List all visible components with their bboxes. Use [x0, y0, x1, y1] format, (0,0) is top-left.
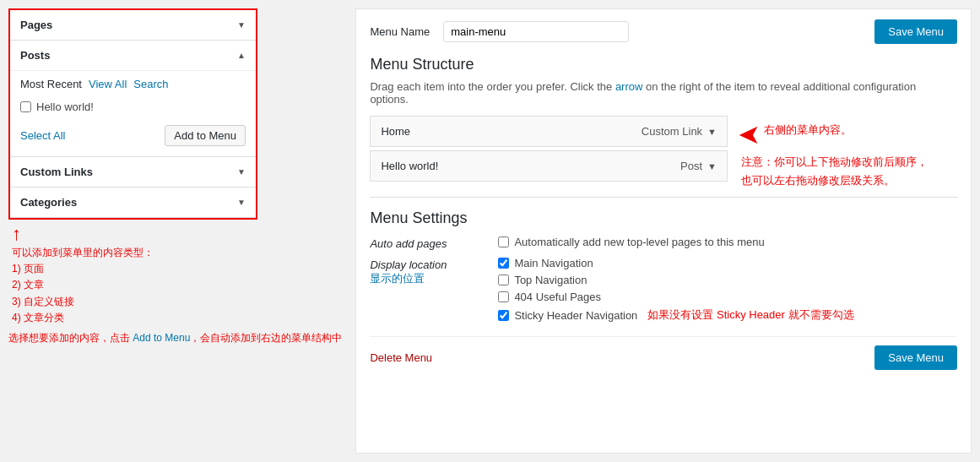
- display-location-label: Display location: [370, 257, 488, 271]
- menu-items-with-annotation: Home Custom Link ▼ Hello world! Post ▼: [370, 116, 957, 190]
- bottom-row: Delete Menu Save Menu: [370, 336, 957, 370]
- post-checkbox-hello-world[interactable]: [20, 101, 31, 112]
- accordion-categories-header[interactable]: Categories ▼: [10, 188, 256, 217]
- menu-item-home-right: Custom Link ▼: [642, 125, 717, 138]
- auto-add-pages-option-label: Automatically add new top-level pages to…: [514, 236, 764, 248]
- menu-item-hello-world-name: Hello world!: [381, 160, 438, 172]
- menu-settings-section: Menu Settings Auto add pages Automatical…: [370, 197, 957, 323]
- bottom-note-suffix: ，会自动添加到右边的菜单结构中: [190, 332, 342, 344]
- menu-item-home-chevron[interactable]: ▼: [707, 127, 717, 137]
- annotation-text-block: 右侧的菜单内容。: [764, 121, 852, 139]
- desc-arrow-word: arrow: [615, 80, 643, 93]
- accordion-categories: Categories ▼: [10, 188, 256, 218]
- accordion-pages-chevron: ▼: [237, 20, 246, 30]
- posts-footer: Select All Add to Menu: [20, 125, 246, 146]
- annotation-text-extra: 注意：你可以上下拖动修改前后顺序， 也可以左右拖动修改层级关系。: [738, 153, 957, 190]
- delete-menu-link[interactable]: Delete Menu: [370, 351, 432, 364]
- auto-add-pages-options: Automatically add new top-level pages to…: [498, 236, 957, 248]
- menu-name-input[interactable]: [443, 21, 629, 42]
- display-location-sticky: Sticky Header Navigation 如果没有设置 Sticky H…: [498, 307, 957, 323]
- menu-structure-desc: Drag each item into the order you prefer…: [370, 80, 957, 106]
- display-location-404: 404 Useful Pages: [498, 291, 957, 303]
- menu-item-hello-world: Hello world! Post ▼: [370, 150, 728, 182]
- menu-structure-title: Menu Structure: [370, 56, 957, 73]
- accordion-posts-label: Posts: [20, 49, 50, 62]
- main-navigation-label: Main Navigation: [514, 257, 593, 269]
- settings-grid: Auto add pages Automatically add new top…: [370, 236, 957, 323]
- add-to-menu-button[interactable]: Add to Menu: [165, 125, 246, 146]
- sticky-header-label: Sticky Header Navigation: [514, 309, 637, 322]
- annotation-right-line1: 右侧的菜单内容。: [764, 121, 852, 139]
- menu-item-home: Home Custom Link ▼: [370, 116, 728, 147]
- bottom-annotation: 选择想要添加的内容，点击 Add to Menu，会自动添加到右边的菜单结构中: [8, 331, 342, 345]
- accordion-pages-header[interactable]: Pages ▼: [10, 10, 256, 40]
- save-menu-button-bottom[interactable]: Save Menu: [874, 345, 957, 370]
- display-location-sub-label[interactable]: 显示的位置: [370, 271, 488, 286]
- annotation-line-1: 1) 页面: [12, 261, 342, 277]
- tab-search[interactable]: Search: [133, 78, 168, 90]
- post-item-hello-world: Hello world!: [20, 97, 246, 117]
- accordion-categories-chevron: ▼: [237, 198, 246, 207]
- 404-pages-checkbox[interactable]: [498, 291, 509, 302]
- accordion-pages: Pages ▼: [10, 10, 256, 41]
- accordion-categories-label: Categories: [20, 196, 77, 209]
- menu-annotation: ➤ 右侧的菜单内容。 注意：你可以上下拖动修改前后顺序， 也可以左右拖动修改层级…: [738, 116, 957, 190]
- desc-part1: Drag each item into the order you prefer…: [370, 80, 615, 93]
- accordion-custom-links: Custom Links ▼: [10, 157, 256, 188]
- sticky-header-checkbox[interactable]: [498, 310, 509, 321]
- menu-name-row: Menu Name Save Menu: [370, 19, 957, 44]
- annotation-right-line3: 也可以左右拖动修改层级关系。: [741, 171, 957, 190]
- accordion-pages-label: Pages: [20, 19, 52, 31]
- accordion-posts-body: Most Recent View All Search Hello world!…: [10, 70, 256, 156]
- accordion-posts-header[interactable]: Posts ▲: [10, 41, 256, 70]
- auto-add-pages-option: Automatically add new top-level pages to…: [498, 236, 957, 248]
- menu-settings-title: Menu Settings: [370, 209, 957, 227]
- menu-item-home-name: Home: [381, 125, 410, 138]
- display-location-main-nav: Main Navigation: [498, 257, 957, 269]
- menu-item-hello-world-right: Post ▼: [680, 160, 717, 172]
- accordion-posts: Posts ▲ Most Recent View All Search Hell…: [10, 41, 256, 157]
- menu-items-list: Home Custom Link ▼ Hello world! Post ▼: [370, 116, 728, 185]
- accordion-custom-links-header[interactable]: Custom Links ▼: [10, 157, 256, 187]
- tab-most-recent[interactable]: Most Recent: [20, 78, 82, 90]
- display-location-top-nav: Top Navigation: [498, 274, 957, 286]
- left-panel: Pages ▼ Posts ▲ Most Recent View All Sea…: [8, 8, 257, 220]
- red-arrow-left-icon: ➤: [738, 121, 761, 148]
- tab-view-all[interactable]: View All: [89, 78, 127, 90]
- bottom-note-blue: Add to Menu: [133, 332, 190, 344]
- annotation-line-4: 4) 文章分类: [12, 310, 342, 326]
- post-label-hello-world: Hello world!: [36, 101, 94, 113]
- menu-item-hello-world-type: Post: [680, 160, 702, 172]
- right-panel: Menu Name Save Menu Menu Structure Drag …: [355, 8, 972, 454]
- select-all-link[interactable]: Select All: [20, 129, 65, 142]
- menu-structure-section: Menu Structure Drag each item into the o…: [370, 56, 957, 190]
- left-annotation: ↑ 可以添加到菜单里的内容类型： 1) 页面 2) 文章 3) 自定义链接 4)…: [8, 220, 342, 326]
- accordion-posts-chevron: ▲: [237, 51, 246, 60]
- annotation-arrow-row: ➤ 右侧的菜单内容。: [738, 121, 957, 148]
- top-navigation-checkbox[interactable]: [498, 274, 509, 285]
- save-menu-button-top[interactable]: Save Menu: [874, 19, 957, 44]
- 404-pages-label: 404 Useful Pages: [514, 291, 601, 303]
- annotation-line-3: 3) 自定义链接: [12, 294, 342, 310]
- top-navigation-label: Top Navigation: [514, 274, 587, 286]
- menu-item-home-type: Custom Link: [642, 125, 702, 138]
- main-navigation-checkbox[interactable]: [498, 258, 509, 269]
- sticky-header-note: 如果没有设置 Sticky Header 就不需要勾选: [647, 307, 853, 323]
- menu-item-hello-world-chevron[interactable]: ▼: [707, 161, 717, 171]
- posts-tabs: Most Recent View All Search: [20, 78, 246, 90]
- accordion-custom-links-chevron: ▼: [237, 167, 246, 177]
- annotation-line-0: 可以添加到菜单里的内容类型：: [12, 245, 342, 261]
- annotation-right-line2: 注意：你可以上下拖动修改前后顺序，: [741, 153, 957, 171]
- auto-add-pages-label: Auto add pages: [370, 236, 488, 250]
- annotation-line-2: 2) 文章: [12, 277, 342, 293]
- auto-add-pages-checkbox[interactable]: [498, 236, 509, 247]
- bottom-note-prefix: 选择想要添加的内容，点击: [8, 332, 133, 344]
- accordion-custom-links-label: Custom Links: [20, 166, 93, 178]
- red-arrow-up-icon: ↑: [12, 223, 342, 245]
- menu-name-label: Menu Name: [370, 25, 430, 38]
- display-location-options: Main Navigation Top Navigation 404 Usefu…: [498, 257, 957, 323]
- display-location-label-cell: Display location 显示的位置: [370, 257, 488, 286]
